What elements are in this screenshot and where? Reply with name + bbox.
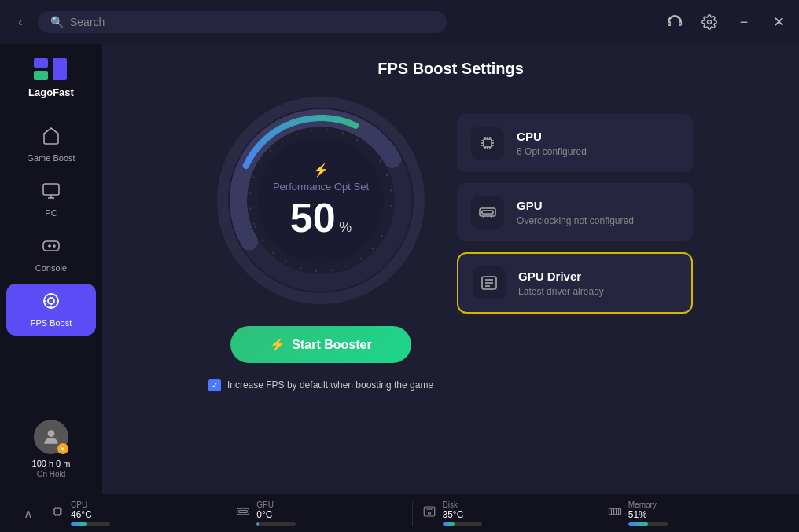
checkbox-row: ✓ Increase FPS by default when boosting … (208, 379, 433, 391)
gauge-bolt-icon: ⚡ (273, 163, 369, 178)
minimize-button[interactable]: − (733, 11, 755, 33)
status-gpu-fill (256, 522, 259, 526)
status-memory-graph (628, 522, 668, 526)
gpu-driver-card-sub: Latest driver already (518, 286, 604, 297)
status-disk-icon (422, 504, 436, 522)
back-button[interactable]: ‹ (9, 11, 31, 33)
sidebar-item-label-game-boost: Game Boost (27, 153, 75, 163)
user-avatar[interactable]: ♥ (34, 420, 68, 454)
fps-checkbox[interactable]: ✓ (208, 379, 221, 391)
gauge-center: ⚡ Performance Opt Set 50 % (273, 163, 369, 238)
main-layout: LagoFast Game Boost PC (0, 44, 799, 494)
logo-text: LagoFast (28, 86, 74, 98)
cpu-card-sub: 6 Opt configured (517, 146, 587, 157)
status-gpu-info: GPU 0°C (256, 501, 296, 526)
search-label: Search (70, 16, 105, 28)
right-panel: CPU 6 Opt configured (457, 114, 693, 314)
status-cpu-fill (71, 522, 87, 526)
status-gpu: GPU 0°C (226, 501, 411, 526)
svg-point-0 (708, 20, 712, 24)
user-badge: ♥ (57, 443, 68, 454)
topbar-left: ‹ 🔍 Search (9, 11, 447, 33)
svg-rect-63 (609, 508, 620, 515)
gpu-driver-card-title: GPU Driver (518, 270, 604, 283)
status-disk-label: Disk (443, 501, 482, 509)
content-area: FPS Boost Settings (102, 44, 799, 494)
svg-rect-59 (239, 511, 248, 513)
sidebar-item-label-console: Console (35, 263, 67, 273)
console-icon (42, 237, 61, 260)
cpu-card-title: CPU (517, 130, 587, 143)
sidebar: LagoFast Game Boost PC (0, 44, 102, 494)
svg-rect-1 (34, 58, 48, 68)
status-gpu-graph (256, 522, 296, 526)
status-memory-value: 51% (628, 509, 668, 520)
svg-rect-45 (54, 508, 61, 515)
close-button[interactable]: ✕ (768, 11, 790, 33)
start-booster-label: Start Booster (292, 338, 371, 352)
sidebar-item-fps-boost[interactable]: FPS Boost (6, 284, 96, 336)
gauge-value: 50 (290, 195, 336, 240)
status-cpu: CPU 46°C (41, 501, 226, 526)
status-bar: ∧ CPU 46°C GPU 0 (0, 494, 799, 532)
sidebar-item-game-boost[interactable]: Game Boost (6, 119, 96, 171)
status-memory-icon (608, 504, 622, 522)
topbar-right: − ✕ (664, 11, 790, 33)
svg-rect-38 (482, 211, 493, 214)
support-icon[interactable] (664, 11, 686, 33)
svg-rect-4 (43, 184, 59, 195)
sidebar-item-console[interactable]: Console (6, 229, 96, 281)
content-body: ⚡ Performance Opt Set 50 % ⚡ Start Boost… (126, 90, 775, 494)
settings-icon[interactable] (698, 11, 720, 33)
status-gpu-value: 0°C (256, 509, 296, 520)
start-booster-button[interactable]: ⚡ Start Booster (230, 326, 411, 363)
gauge-section: ⚡ Performance Opt Set 50 % ⚡ Start Boost… (208, 90, 433, 391)
gpu-driver-card-content: GPU Driver Latest driver already (518, 270, 604, 297)
sidebar-item-pc[interactable]: PC (6, 174, 96, 226)
svg-point-17 (48, 430, 55, 437)
gauge-container: ⚡ Performance Opt Set 50 % (211, 90, 431, 310)
gauge-unit: % (339, 219, 352, 235)
sidebar-item-label-pc: PC (45, 208, 57, 218)
status-gpu-icon (236, 504, 250, 522)
cpu-card-icon (471, 127, 504, 160)
gauge-value-row: 50 % (273, 197, 369, 238)
cpu-card-content: CPU 6 Opt configured (517, 130, 587, 157)
svg-point-12 (48, 298, 54, 304)
status-disk-graph (443, 522, 482, 526)
status-disk-value: 35°C (443, 509, 482, 520)
status-cpu-info: CPU 46°C (71, 501, 110, 526)
status-disk: Disk 35°C (412, 501, 598, 526)
topbar: ‹ 🔍 Search − ✕ (0, 0, 799, 44)
user-area: ♥ 100 h 0 m On Hold (32, 410, 71, 488)
svg-rect-2 (34, 71, 48, 80)
gauge-label: Performance Opt Set (273, 181, 369, 193)
status-memory-label: Memory (628, 501, 668, 509)
svg-point-10 (53, 245, 55, 247)
gpu-card[interactable]: GPU Overclocking not configured (457, 183, 693, 241)
status-chevron[interactable]: ∧ (16, 506, 41, 521)
cpu-card[interactable]: CPU 6 Opt configured (457, 114, 693, 172)
status-cpu-value: 46°C (71, 509, 110, 520)
logo-icon (32, 57, 70, 85)
svg-point-61 (428, 512, 430, 515)
gpu-card-sub: Overclocking not configured (517, 215, 634, 226)
sidebar-item-label-fps-boost: FPS Boost (31, 318, 72, 328)
search-bar[interactable]: 🔍 Search (38, 11, 447, 33)
gpu-card-icon (471, 196, 504, 229)
checkbox-label: Increase FPS by default when boosting th… (227, 380, 433, 391)
status-memory: Memory 51% (598, 501, 783, 526)
status-disk-fill (443, 522, 455, 526)
fps-boost-icon (42, 292, 61, 315)
status-cpu-label: CPU (71, 501, 110, 509)
gpu-card-title: GPU (517, 199, 634, 212)
game-boost-icon (42, 127, 61, 150)
status-memory-info: Memory 51% (628, 501, 668, 526)
pc-icon (42, 182, 61, 205)
svg-rect-3 (53, 58, 67, 80)
search-icon: 🔍 (50, 16, 64, 28)
status-gpu-label: GPU (256, 501, 296, 509)
user-time: 100 h 0 m (32, 459, 71, 468)
gpu-driver-card[interactable]: GPU Driver Latest driver already (457, 252, 693, 314)
page-title: FPS Boost Settings (126, 44, 775, 90)
